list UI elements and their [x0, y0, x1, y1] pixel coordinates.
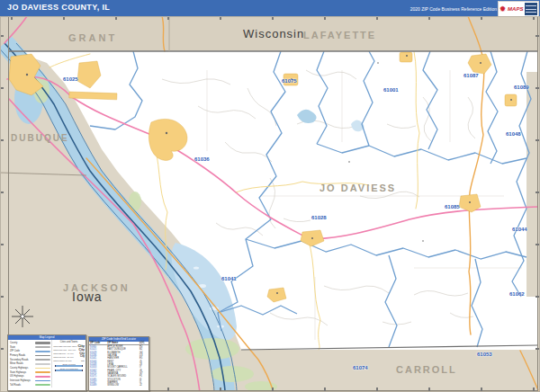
zip-label-61074: 61074 [353, 365, 368, 370]
scale-km-bar [55, 370, 83, 371]
header-bar: JO DAVIESS COUNTY, IL 2020 ZIP Code Busi… [0, 0, 540, 16]
logo-text: MAPS [508, 6, 523, 12]
legend-item-label: Toll Roads [10, 384, 21, 387]
county-line-swatch [35, 342, 50, 343]
zip-label-61025: 61025 [63, 76, 78, 82]
legend-item-label: Secondary Roads [10, 359, 29, 361]
zip-label-61028: 61028 [311, 215, 327, 220]
zip-label-61036: 61036 [194, 156, 210, 162]
city-sample: City [80, 355, 85, 358]
logo-minibox [525, 3, 537, 15]
scale-miles-bar [55, 365, 83, 367]
zip-line-swatch [35, 351, 50, 352]
minor-road-swatch [35, 363, 50, 365]
city-sample: City [79, 352, 85, 355]
city-size-label: Cities 10,000 - 24,999 [53, 356, 73, 358]
interstate-swatch [35, 380, 50, 382]
zip-index-table: ZIP Code ZIP Name LOC 61001APPLE RIVERH2… [89, 342, 148, 388]
county-label-jo-daviess: JO DAVIESS [320, 183, 396, 193]
legend-item-label: Interstate Highways [10, 379, 31, 382]
county-label-dubuque: DUBUQUE [11, 133, 69, 143]
legend-line-items: County State ZIP Code Primary Roads Seco… [8, 340, 51, 388]
legend-item-label: State [10, 346, 15, 349]
zip-label-61062: 61062 [509, 291, 525, 297]
legend-cities-column: Cities and Towns Cities 250,000 and Abov… [51, 340, 86, 388]
legend-item-label: Primary Roads [10, 354, 25, 357]
primary-road-swatch [35, 355, 50, 357]
zip-label-61001: 61001 [383, 87, 399, 93]
table-row: 61089WINSLOWJ2 [89, 384, 148, 387]
zip-label-61041: 61041 [221, 276, 237, 281]
county-label-jackson: JACKSON [63, 282, 130, 293]
city-size-label: Cities Under 10,000 [53, 360, 71, 361]
zip-label-61085: 61085 [445, 204, 460, 209]
zip-label-61053: 61053 [477, 352, 492, 357]
city-sample: City [81, 360, 85, 361]
legend-item-label: County [10, 342, 17, 344]
scale-miles: Scale in Miles [53, 363, 85, 367]
state-line-swatch [35, 346, 50, 348]
legend-item-label: Minor Roads [10, 362, 23, 365]
secondary-road-swatch [35, 359, 50, 361]
zip-label-61048: 61048 [506, 131, 521, 137]
state-highway-swatch [35, 371, 50, 373]
city-size-label: Cities 250,000 and Above [53, 345, 76, 347]
county-label-grant: GRANT [68, 32, 117, 43]
county-label-lafayette: LAFAYETTE [303, 30, 376, 40]
legend-panel: Map Legend County State ZIP Code Primary… [7, 334, 86, 391]
city-size-label: Cities 25,000 - 99,999 [53, 352, 73, 354]
marketmaps-logo: ✹ MAPS [498, 1, 539, 17]
us-highway-swatch [35, 376, 50, 378]
logo-burst-icon: ✹ [500, 5, 507, 13]
map-page: JO DAVIESS COUNTY, IL 2020 ZIP Code Busi… [0, 0, 540, 392]
state-label-wisconsin: Wisconsin [243, 27, 304, 40]
county-highway-swatch [35, 368, 50, 370]
legend-item-label: ZIP Code [10, 350, 20, 352]
toll-road-swatch [35, 384, 50, 386]
scale-km: Scale in Kilometers [53, 368, 85, 371]
zip-label-61089: 61089 [514, 85, 529, 90]
edition-label: 2020 ZIP Code Business Reference Edition [410, 6, 497, 12]
county-label-carroll: CARROLL [396, 364, 457, 375]
zip-index-panel: ZIP Code Index/Grid Locator ZIP Code ZIP… [88, 336, 149, 391]
zip-label-61044: 61044 [512, 227, 527, 232]
legend-item-label: County Highways [10, 367, 28, 370]
city-size-label: Cities 100,000 - 249,999 [53, 349, 76, 351]
zip-label-61087: 61087 [464, 73, 479, 78]
page-title: JO DAVIESS COUNTY, IL [7, 3, 110, 12]
legend-item-label: State Highways [10, 371, 26, 374]
legend-item-label: US Highways [10, 375, 24, 378]
zip-label-61075: 61075 [282, 78, 297, 84]
